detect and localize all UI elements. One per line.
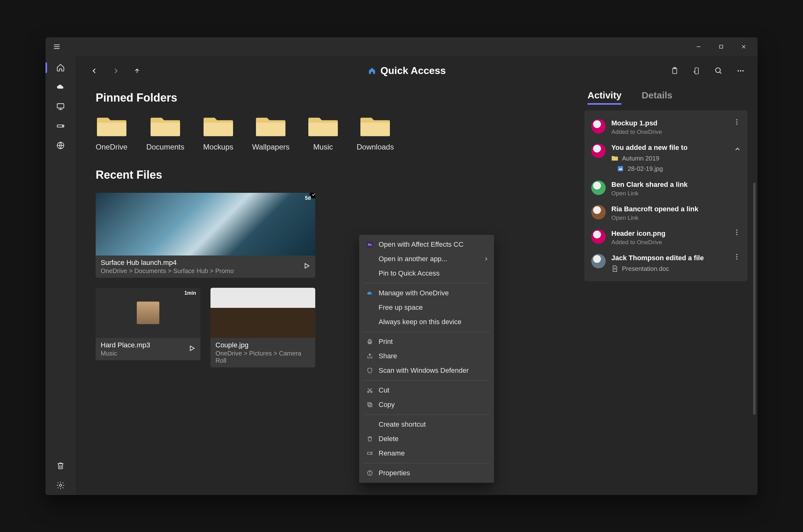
home-icon [368, 67, 376, 75]
context-menu-item[interactable]: Pin to Quick Access [359, 266, 494, 281]
sidebar-drive[interactable] [45, 116, 76, 136]
context-menu-item[interactable]: Free up space [359, 300, 494, 315]
activity-title: Jack Thompson edited a file [611, 254, 727, 262]
context-menu-label: Cut [379, 386, 389, 394]
paste-button[interactable] [669, 65, 680, 76]
folder-label: Documents [146, 142, 184, 151]
activity-item[interactable]: Jack Thompson edited a filePresentation.… [584, 251, 747, 276]
sidebar [45, 56, 76, 495]
activity-subtitle: Open Link [611, 214, 741, 221]
scrollbar[interactable] [753, 183, 755, 415]
pinned-folders-row: OneDriveDocumentsMockupsWallpapersMusicD… [96, 115, 572, 151]
context-menu-label: Share [379, 352, 397, 360]
recent-file-card[interactable]: 1min Hard Place.mp3 Music [96, 288, 201, 367]
pinned-folder[interactable]: Mockups [203, 115, 234, 151]
activity-subtitle: Added to OneDrive [611, 239, 727, 246]
context-menu-item[interactable]: Print [359, 335, 494, 349]
minimize-button[interactable] [687, 39, 710, 54]
file-thumbnail: 1min [96, 288, 201, 338]
recent-file-card[interactable]: 5d Surface Hub launch.mp4 OneDrive > Doc… [96, 193, 315, 278]
file-name: Couple.jpg [216, 341, 310, 349]
context-menu-label: Manage with OneDrive [379, 289, 449, 297]
svg-point-13 [60, 484, 62, 486]
add-device-button[interactable] [691, 65, 702, 76]
play-button[interactable] [188, 345, 195, 353]
context-menu-item[interactable]: Copy [359, 398, 494, 412]
activity-file: Presentation.doc [622, 265, 669, 272]
pinned-folder[interactable]: Wallpapers [252, 115, 290, 151]
sidebar-settings[interactable] [45, 476, 76, 495]
pinned-folder[interactable]: Music [309, 115, 338, 151]
sidebar-network[interactable] [45, 136, 76, 155]
activity-file: 28-02-19.jpg [628, 165, 663, 172]
context-menu-label: Delete [379, 435, 399, 443]
context-menu-item[interactable]: Create shortcut [359, 417, 494, 432]
context-menu-item[interactable]: Manage with OneDrive [359, 286, 494, 300]
sidebar-trash[interactable] [45, 456, 76, 476]
context-menu-item[interactable]: Always keep on this device [359, 315, 494, 329]
svg-rect-34 [369, 339, 371, 341]
activity-more-button[interactable] [733, 119, 741, 125]
search-button[interactable] [713, 65, 724, 76]
context-menu-item[interactable]: AeOpen with Affect Effects CC [359, 237, 494, 252]
collapse-button[interactable] [734, 146, 741, 154]
svg-rect-4 [720, 45, 723, 48]
play-button[interactable] [303, 262, 310, 270]
context-menu-label: Always keep on this device [379, 318, 462, 326]
context-menu-item[interactable]: Delete [359, 432, 494, 446]
close-button[interactable] [732, 39, 755, 54]
svg-marker-26 [190, 346, 194, 351]
avatar [591, 119, 606, 134]
copy-icon [366, 402, 374, 408]
context-menu-item[interactable]: Scan with Windows Defender [359, 363, 494, 378]
nav-back-button[interactable] [87, 63, 102, 78]
more-button[interactable] [735, 65, 746, 76]
activity-more-button[interactable] [733, 229, 741, 235]
activity-item[interactable]: Header icon.pngAdded to OneDrive [584, 226, 747, 249]
svg-rect-7 [57, 103, 64, 108]
pinned-folder[interactable]: Downloads [357, 115, 394, 151]
time-badge: 1min [184, 290, 196, 296]
sidebar-home[interactable] [45, 58, 76, 77]
ae-icon: Ae [366, 241, 374, 248]
activity-item[interactable]: Ria Bancroft opened a linkOpen Link [584, 202, 747, 225]
pinned-folder[interactable]: OneDrive [96, 115, 127, 151]
file-name: Hard Place.mp3 [101, 341, 150, 349]
activity-subtitle: Added to OneDrive [611, 129, 727, 135]
context-menu-label: Free up space [379, 303, 423, 311]
context-menu-item[interactable]: Rename [359, 446, 494, 460]
avatar [591, 254, 606, 268]
activity-item[interactable]: Ben Clark shared a linkOpen Link [584, 177, 747, 200]
pinned-folder[interactable]: Documents [146, 115, 184, 151]
svg-rect-42 [368, 452, 371, 454]
avatar [591, 229, 606, 244]
tab-details[interactable]: Details [641, 90, 672, 105]
folder-label: OneDrive [96, 142, 127, 151]
context-menu-label: Print [379, 338, 393, 346]
context-menu-item[interactable]: Properties [359, 466, 494, 480]
context-menu-label: Open with Affect Effects CC [379, 241, 464, 249]
context-menu-item[interactable]: Open in another app... [359, 252, 494, 266]
recent-file-card[interactable]: Couple.jpg OneDrive > Pictures > Camera … [210, 288, 315, 367]
folder-label: Music [313, 142, 333, 151]
activity-folder: Autumn 2019 [622, 155, 659, 162]
activity-item[interactable]: Mockup 1.psdAdded to OneDrive [584, 116, 747, 138]
context-menu-item[interactable]: Cut [359, 383, 494, 398]
tab-activity[interactable]: Activity [587, 90, 621, 105]
svg-point-24 [742, 70, 743, 71]
svg-point-22 [737, 70, 739, 71]
activity-item[interactable]: You added a new file toAutumn 201928-02-… [584, 140, 747, 175]
context-menu-item[interactable]: Share [359, 349, 494, 363]
hamburger-button[interactable] [51, 40, 63, 53]
svg-rect-41 [368, 402, 371, 406]
nav-up-button[interactable] [130, 63, 145, 78]
context-menu-label: Copy [379, 401, 395, 409]
activity-more-button[interactable] [733, 254, 741, 260]
nav-forward-button[interactable] [108, 63, 123, 78]
sidebar-this-pc[interactable] [45, 97, 76, 116]
context-menu: AeOpen with Affect Effects CCOpen in ano… [359, 235, 494, 483]
svg-rect-17 [695, 68, 698, 74]
maximize-button[interactable] [710, 39, 732, 54]
avatar [591, 205, 606, 220]
sidebar-onedrive[interactable] [45, 77, 76, 97]
